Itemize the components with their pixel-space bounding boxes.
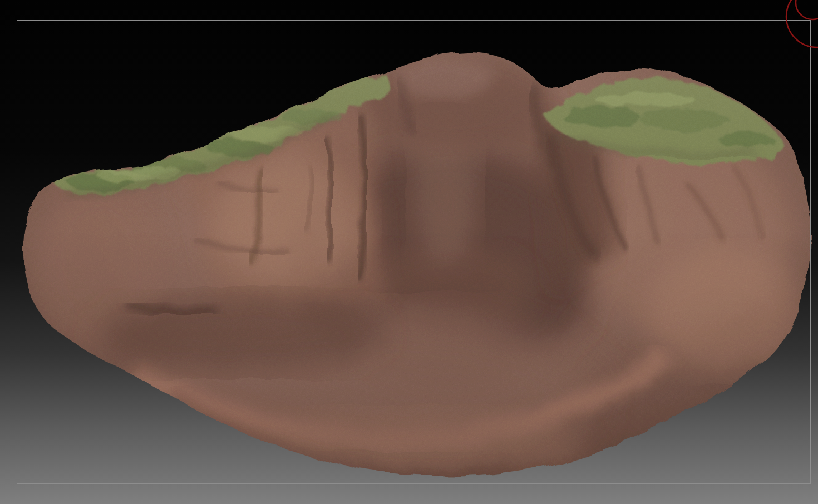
- model-root: [0, 0, 818, 504]
- document-canvas[interactable]: [0, 0, 818, 504]
- outer-ring-icon: [786, 0, 818, 47]
- inner-ring-icon: [796, 0, 818, 19]
- sculpted-model[interactable]: [0, 0, 818, 504]
- clay-grain-texture: [0, 0, 818, 504]
- corner-rings-widget[interactable]: [751, 0, 818, 67]
